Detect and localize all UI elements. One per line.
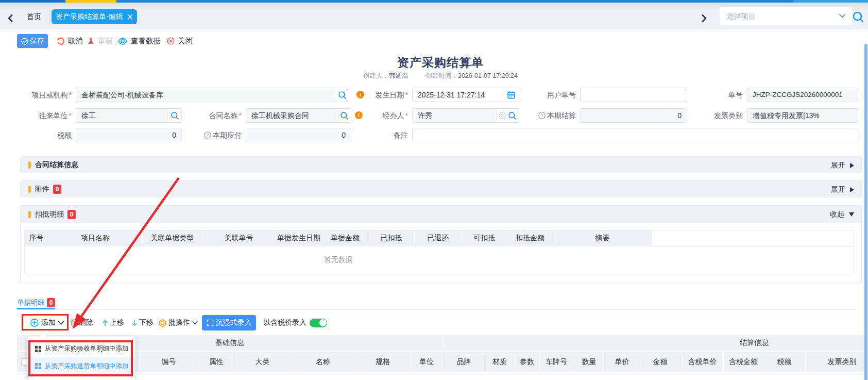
svg-text:?: ?	[206, 133, 209, 138]
svg-text:?: ?	[540, 113, 543, 118]
